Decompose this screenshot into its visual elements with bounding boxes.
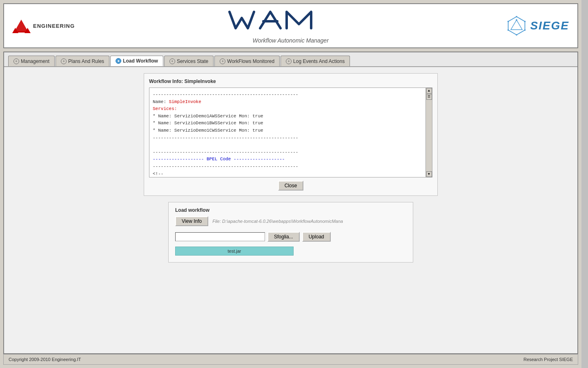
svg-marker-5 (511, 20, 522, 30)
wf-line-12: <!-- (153, 171, 421, 177)
svg-point-12 (516, 19, 518, 21)
tab-services-icon: + (169, 58, 175, 64)
load-workflow-panel: Load workflow View Info File: D:\apache-… (168, 202, 413, 263)
wf-line-3: Services: (153, 105, 421, 113)
tab-log-events[interactable]: + Log Events And Actions (281, 56, 350, 66)
tab-services-state[interactable]: + Services State (164, 56, 214, 66)
siege-label: SIEGE (530, 19, 569, 32)
wf-line-6: * Name: ServizioDemo1CWSService Mon: tru… (153, 127, 421, 135)
tab-content-load-workflow: Workflow Info: SimpleInvoke ------------… (4, 67, 577, 353)
tab-plans-and-rules[interactable]: + Plans And Rules (56, 56, 109, 66)
header: ENGINEERING Workflow Autonomic Manager (3, 3, 578, 48)
tab-management[interactable]: + Management (8, 56, 55, 66)
tab-workflows-label: WorkFlows Monitored (227, 58, 274, 64)
file-input-box[interactable] (175, 232, 265, 241)
wf-line-2: Name: SimpleInvoke (153, 99, 421, 106)
view-info-row: View Info File: D:\apache-tomcat-6.0.26\… (175, 216, 406, 226)
wf-line-9: ----------------------------------------… (153, 149, 421, 156)
upload-button[interactable]: Upload (302, 232, 331, 242)
workflow-text-content: ----------------------------------------… (149, 88, 432, 177)
sfoglia-button[interactable]: Sfoglia... (267, 232, 300, 242)
svg-point-10 (508, 29, 509, 31)
wf-line-10: ------------------- BPEL Code ----------… (153, 156, 421, 163)
text-area-scrollbar[interactable]: ▲ ☰ ▼ (425, 88, 432, 177)
footer-copyright: Copyright 2009-2010 Engineering.IT (9, 357, 81, 362)
svg-point-11 (508, 21, 509, 22)
wf-line-11: ----------------------------------------… (153, 163, 421, 171)
tab-load-icon: ● (116, 58, 121, 64)
svg-point-6 (516, 16, 518, 18)
svg-point-7 (524, 21, 526, 22)
file-path-text: File: D:\apache-tomcat-6.0.26\webapps\Wo… (212, 219, 343, 224)
load-workflow-title: Load workflow (175, 207, 406, 213)
jar-file-bar[interactable]: test.jar (175, 247, 294, 256)
tab-log-icon: + (286, 58, 292, 64)
engineering-logo: ENGINEERING (12, 18, 75, 34)
footer-project: Research Project SIEGE (523, 357, 573, 362)
svg-point-9 (516, 34, 518, 36)
tab-log-label: Log Events And Actions (293, 58, 345, 64)
scroll-list-icon: ☰ (426, 94, 432, 100)
wf-line-5: * Name: ServizioDemo1BWSService Mon: tru… (153, 120, 421, 127)
tab-management-label: Management (21, 58, 49, 64)
wam-svg-logo (225, 8, 356, 32)
tabs-bar: + Management + Plans And Rules ● Load Wo… (4, 52, 577, 67)
wf-line-4: * Name: ServizioDemo1AWSService Mon: tru… (153, 113, 421, 120)
svg-point-8 (524, 29, 526, 31)
content-area: + Management + Plans And Rules ● Load Wo… (3, 52, 578, 354)
footer: Copyright 2009-2010 Engineering.IT Resea… (3, 354, 578, 365)
wam-title (225, 8, 356, 36)
tab-load-workflow[interactable]: ● Load Workflow (110, 56, 163, 66)
workflow-info-title: Workflow Info: SimpleInvoke (149, 79, 432, 84)
scroll-down-arrow[interactable]: ▼ (426, 171, 432, 177)
tab-management-icon: + (13, 58, 19, 64)
close-button[interactable]: Close (278, 181, 304, 191)
wf-line-1: ----------------------------------------… (153, 91, 421, 99)
view-info-button[interactable]: View Info (175, 216, 208, 226)
tab-workflows-icon: + (220, 58, 225, 64)
siege-logo-icon (506, 16, 527, 36)
close-button-row: Close (149, 181, 432, 191)
engineering-logo-icon (12, 18, 31, 34)
wf-line-8 (153, 141, 421, 149)
tab-services-label: Services State (177, 58, 208, 64)
upload-row: Sfoglia... Upload (175, 232, 406, 242)
tab-plans-label: Plans And Rules (68, 58, 104, 64)
tab-plans-icon: + (61, 58, 67, 64)
tab-load-label: Load Workflow (123, 58, 158, 64)
workflow-info-panel: Workflow Info: SimpleInvoke ------------… (144, 73, 438, 196)
siege-logo: SIEGE (506, 16, 569, 36)
scroll-up-arrow[interactable]: ▲ (426, 88, 432, 94)
wam-logo: Workflow Autonomic Manager (225, 8, 356, 44)
wf-line-7: ----------------------------------------… (153, 135, 421, 142)
jar-file-label: test.jar (227, 249, 241, 254)
engineering-label: ENGINEERING (33, 23, 75, 29)
tab-workflows-monitored[interactable]: + WorkFlows Monitored (214, 56, 280, 66)
wam-subtitle: Workflow Autonomic Manager (225, 37, 356, 44)
